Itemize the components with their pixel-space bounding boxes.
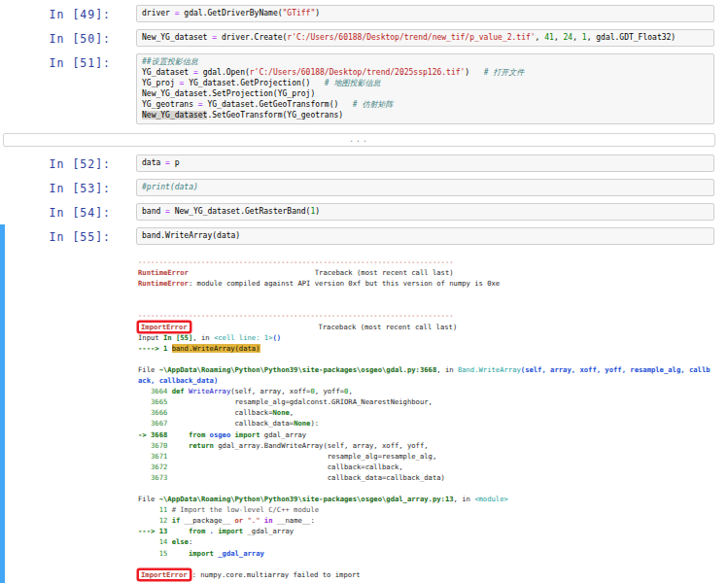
code-line: driver = gdal.GetDriverByName("GTiff") <box>142 8 709 18</box>
code-input[interactable]: band.WriteArray(data) <box>136 227 714 245</box>
cell-input-row: In [53]:#print(data) <box>5 179 728 196</box>
traceback-line: ----------------------------------------… <box>138 310 728 321</box>
input-prompt: In [52]: <box>5 154 136 170</box>
notebook-cell[interactable]: In [49]:driver = gdal.GetDriverByName("G… <box>0 2 728 26</box>
notebook-cell[interactable]: In [50]:New_YG_dataset = driver.Create(r… <box>0 26 728 51</box>
traceback-line <box>138 559 728 569</box>
code-lines: band.WriteArray(data) <box>142 230 709 241</box>
code-lines: band = New_YG_dataset.GetRasterBand(1) <box>142 206 709 217</box>
code-input[interactable]: data = p <box>136 154 714 172</box>
input-prompt: In [55]: <box>5 227 136 243</box>
notebook-cell[interactable]: In [51]:##设置投影信息YG_dataset = gdal.Open(r… <box>0 51 728 128</box>
traceback-line: 3665 resample_alg=gdalconst.GRIORA_Neare… <box>138 396 728 407</box>
cell-input-row: In [50]:New_YG_dataset = driver.Create(r… <box>5 29 728 47</box>
cell-list: In [49]:driver = gdal.GetDriverByName("G… <box>0 2 728 583</box>
executing-line-highlight: band.WriteArray(data) <box>172 344 260 353</box>
traceback-line: 15 import _gdal_array <box>138 548 728 559</box>
collapsed-cells-marker[interactable]: ... <box>3 133 715 147</box>
code-line: YG_dataset = gdal.Open(r'C:/Users/60188/… <box>142 67 709 78</box>
input-prompt: In [50]: <box>5 29 136 45</box>
code-lines: #print(data) <box>142 182 709 192</box>
code-line: band.WriteArray(data) <box>142 230 709 241</box>
traceback-line <box>138 483 728 494</box>
importerror-annotation-box: ImportError <box>139 570 190 579</box>
traceback-line: File ~\AppData\Roaming\Python\Python39\s… <box>138 364 728 375</box>
notebook-cell[interactable]: In [52]:data = p <box>0 152 728 176</box>
importerror-annotation-box: ImportError <box>139 323 190 331</box>
input-prompt: In [53]: <box>5 179 136 194</box>
traceback-line: File ~\AppData\Roaming\Python\Python39\s… <box>138 494 728 504</box>
code-line: band = New_YG_dataset.GetRasterBand(1) <box>142 206 709 217</box>
matching-word-highlight: New_YG_dataset <box>142 111 207 120</box>
code-line: #print(data) <box>142 182 709 192</box>
code-input[interactable]: band = New_YG_dataset.GetRasterBand(1) <box>136 203 714 221</box>
traceback-line: ack, callback_data) <box>138 375 728 386</box>
code-line: data = p <box>142 157 709 168</box>
traceback-line: 3666 callback=None, <box>138 407 728 418</box>
code-input[interactable]: ##设置投影信息YG_dataset = gdal.Open(r'C:/User… <box>136 53 714 124</box>
code-input[interactable]: #print(data) <box>136 179 714 196</box>
traceback-line: 14 else: <box>138 536 728 547</box>
traceback-line: ImportError Traceback (most recent call … <box>138 322 728 332</box>
traceback-line: 3670 return gdal_array.BandWriteArray(se… <box>138 440 728 451</box>
cell-input-row: In [52]:data = p <box>5 154 728 172</box>
traceback-line <box>138 354 728 364</box>
notebook-cell[interactable]: In [54]:band = New_YG_dataset.GetRasterB… <box>0 200 728 224</box>
cell-input-row: In [54]:band = New_YG_dataset.GetRasterB… <box>5 203 728 221</box>
code-lines: ##设置投影信息YG_dataset = gdal.Open(r'C:/User… <box>142 56 709 120</box>
notebook-cell[interactable]: In [55]:band.WriteArray(data)-----------… <box>0 224 728 583</box>
traceback-line: 3673 callback_data=callback_data) <box>138 472 728 483</box>
traceback-line: 11 # Import the low-level C/C++ module <box>138 504 728 515</box>
code-lines: driver = gdal.GetDriverByName("GTiff") <box>142 8 709 18</box>
traceback-line: 3671 resample_alg=resample_alg, <box>138 451 728 462</box>
traceback-line: RuntimeError Traceback (most recent call… <box>138 267 728 278</box>
cell-input-row: In [55]:band.WriteArray(data) <box>5 227 728 245</box>
code-line: New_YG_dataset.SetGeoTransform(YG_geotra… <box>142 110 709 120</box>
input-prompt: In [49]: <box>5 5 136 20</box>
code-input[interactable]: driver = gdal.GetDriverByName("GTiff") <box>136 5 714 22</box>
code-lines: data = p <box>142 157 709 168</box>
traceback-line: 3672 callback=callback, <box>138 462 728 472</box>
input-prompt: In [54]: <box>5 203 136 219</box>
notebook: In [49]:driver = gdal.GetDriverByName("G… <box>0 0 728 583</box>
traceback-line: 3664 def WriteArray(self, array, xoff=0,… <box>138 386 728 396</box>
cell-input-row: In [49]:driver = gdal.GetDriverByName("G… <box>5 5 728 22</box>
code-line: YG_proj = YG_dataset.GetProjection() # 地… <box>142 78 709 88</box>
error-traceback-output: ----------------------------------------… <box>136 245 728 580</box>
traceback-line: ImportError: numpy.core.multiarray faile… <box>138 569 728 580</box>
traceback-line: Input In [55], in <cell line: 1>() <box>138 332 728 343</box>
traceback-line: RuntimeError: module compiled against AP… <box>138 278 728 289</box>
traceback-line: ---> 13 from . import _gdal_array <box>138 526 728 536</box>
traceback-line <box>138 289 728 299</box>
code-lines: New_YG_dataset = driver.Create(r'C:/User… <box>142 32 709 43</box>
notebook-cell[interactable]: In [53]:#print(data) <box>0 176 728 200</box>
traceback-line: -> 3668 from osgeo import gdal_array <box>138 429 728 440</box>
traceback-line <box>138 299 728 310</box>
traceback-line: 12 if __package__ or "." in __name__: <box>138 515 728 526</box>
code-line: New_YG_dataset = driver.Create(r'C:/User… <box>142 32 709 43</box>
traceback-line: ----> 1 band.WriteArray(data) <box>138 343 728 354</box>
traceback-line: ----------------------------------------… <box>138 257 728 267</box>
code-line: YG_geotrans = YG_dataset.GetGeoTransform… <box>142 99 709 110</box>
cell-input-row: In [51]:##设置投影信息YG_dataset = gdal.Open(r… <box>5 53 728 124</box>
code-line: New_YG_dataset.SetProjection(YG_proj) <box>142 88 709 99</box>
input-prompt: In [51]: <box>5 53 136 69</box>
code-line: ##设置投影信息 <box>142 56 709 67</box>
code-input[interactable]: New_YG_dataset = driver.Create(r'C:/User… <box>136 29 714 47</box>
traceback-line: 3667 callback_data=None): <box>138 418 728 429</box>
